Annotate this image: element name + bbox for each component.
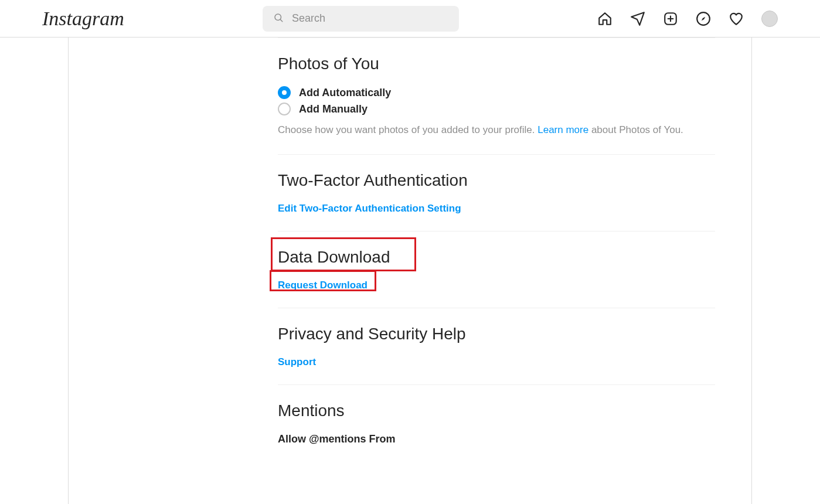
section-two-factor: Two-Factor Authentication Edit Two-Facto… bbox=[278, 154, 715, 231]
search-icon bbox=[273, 12, 284, 25]
activity-heart-icon[interactable] bbox=[729, 11, 744, 26]
request-download-link[interactable]: Request Download bbox=[278, 280, 368, 291]
section-data-download: Data Download Request Download bbox=[278, 231, 715, 308]
section-divider bbox=[278, 38, 715, 38]
support-link[interactable]: Support bbox=[278, 356, 316, 368]
top-nav: Instagram bbox=[0, 0, 820, 38]
highlight-wrap-link: Request Download bbox=[278, 280, 368, 291]
new-post-icon[interactable] bbox=[663, 11, 678, 26]
highlight-wrap-heading: Data Download bbox=[278, 248, 715, 267]
profile-avatar[interactable] bbox=[761, 11, 778, 27]
edit-2fa-link[interactable]: Edit Two-Factor Authentication Setting bbox=[278, 203, 461, 214]
help-text-suffix: about Photos of You. bbox=[588, 124, 683, 135]
radio-row-manual[interactable]: Add Manually bbox=[278, 103, 715, 115]
settings-card: Photos of You Add Automatically Add Manu… bbox=[68, 38, 752, 504]
radio-label-manual: Add Manually bbox=[299, 103, 368, 115]
help-text-prefix: Choose how you want photos of you added … bbox=[278, 124, 537, 135]
section-privacy-help: Privacy and Security Help Support bbox=[278, 308, 715, 384]
home-icon[interactable] bbox=[597, 11, 613, 26]
search-input[interactable] bbox=[292, 12, 448, 25]
section-heading-privacy: Privacy and Security Help bbox=[278, 325, 715, 343]
radio-row-auto[interactable]: Add Automatically bbox=[278, 86, 715, 99]
svg-marker-6 bbox=[702, 16, 706, 21]
search-box[interactable] bbox=[263, 6, 459, 32]
radio-unselected-icon[interactable] bbox=[278, 103, 291, 115]
nav-center bbox=[263, 6, 459, 32]
section-photos-of-you: Photos of You Add Automatically Add Manu… bbox=[278, 38, 715, 154]
radio-selected-icon[interactable] bbox=[278, 86, 291, 99]
messenger-icon[interactable] bbox=[630, 11, 645, 26]
settings-sidebar bbox=[69, 38, 241, 504]
section-heading-2fa: Two-Factor Authentication bbox=[278, 171, 715, 190]
page-body: Photos of You Add Automatically Add Manu… bbox=[0, 38, 820, 504]
nav-left: Instagram bbox=[42, 8, 124, 30]
section-mentions: Mentions Allow @mentions From bbox=[278, 384, 715, 462]
svg-line-1 bbox=[280, 19, 283, 22]
section-heading-mentions: Mentions bbox=[278, 401, 715, 420]
section-heading-data-download: Data Download bbox=[278, 248, 715, 267]
nav-right bbox=[597, 11, 778, 27]
settings-main: Photos of You Add Automatically Add Manu… bbox=[241, 38, 751, 504]
photos-help-text: Choose how you want photos of you added … bbox=[278, 122, 715, 138]
explore-icon[interactable] bbox=[696, 11, 711, 26]
radio-label-auto: Add Automatically bbox=[299, 87, 391, 99]
learn-more-link[interactable]: Learn more bbox=[537, 124, 588, 135]
mentions-subheading: Allow @mentions From bbox=[278, 433, 715, 445]
section-heading-photos: Photos of You bbox=[278, 55, 715, 73]
instagram-logo[interactable]: Instagram bbox=[42, 8, 124, 30]
